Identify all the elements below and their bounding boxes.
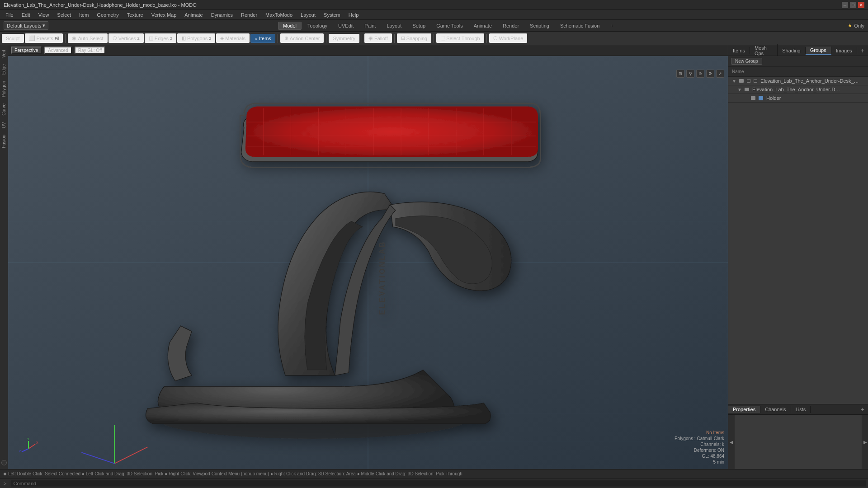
layout-tab-paint[interactable]: Paint	[359, 22, 381, 30]
materials-button[interactable]: ◈ Materials	[216, 33, 250, 43]
right-bottom-panel: ◀ ▶	[728, 415, 868, 469]
sidebar-tab-polygon[interactable]: Polygon	[0, 78, 7, 100]
right-panel-tab-items[interactable]: Items	[728, 47, 750, 54]
gl-info: GL: 48,864	[675, 454, 724, 459]
viewport-icon-expand[interactable]: ⤢	[716, 70, 724, 78]
layout-tab-animate[interactable]: Animate	[469, 22, 497, 30]
group-label-0: Elevation_Lab_The_Anchor_Under-Desk_Hea.…	[760, 78, 860, 84]
layout-dropdown[interactable]: Default Layouts ▾	[4, 21, 48, 30]
vertices-button[interactable]: ⬡ Vertices 2	[108, 33, 144, 43]
items-button[interactable]: ⬦ Items	[250, 34, 275, 43]
sidebar-tab-uv[interactable]: UV	[0, 119, 7, 131]
layout-tab-topology[interactable]: Topology	[302, 22, 332, 30]
vp-raygl-btn[interactable]: Ray GL: Off	[75, 47, 106, 54]
auto-select-button[interactable]: ◉ Auto Select	[68, 33, 107, 43]
right-panel-tab-images[interactable]: Images	[831, 47, 857, 54]
svg-text:Y: Y	[27, 437, 29, 441]
edges-count: 2	[170, 36, 172, 41]
viewport-icon-2[interactable]: ⚲	[686, 70, 694, 78]
group-item-2[interactable]: ▶ Holder	[728, 94, 868, 103]
right-bottom-tab-lists[interactable]: Lists	[791, 406, 811, 413]
group-item-0[interactable]: ▼ Elevation_Lab_The_Anchor_Under-Desk_He…	[728, 77, 868, 85]
right-panel-tab-shading[interactable]: Shading	[778, 47, 805, 54]
menu-item-geometry[interactable]: Geometry	[93, 11, 122, 19]
layout-tab-scripting[interactable]: Scripting	[525, 22, 554, 30]
viewport-icon-1[interactable]: ⊞	[676, 70, 684, 78]
sidebar-tab-curve[interactable]: Curve	[0, 101, 7, 118]
edges-button[interactable]: ◫ Edges 2	[145, 33, 176, 43]
minimize-button[interactable]: ─	[842, 2, 848, 8]
menu-item-maxtomodo[interactable]: MaxToModo	[262, 11, 296, 19]
layout-tab-layout[interactable]: Layout	[382, 22, 406, 30]
right-bottom-tab-channels[interactable]: Channels	[760, 406, 791, 413]
menu-item-animate[interactable]: Animate	[181, 11, 206, 19]
falloff-button[interactable]: ◉ Falloff	[364, 33, 392, 43]
symmetry-button[interactable]: Symmetry	[329, 34, 359, 43]
sidebar-tab-edge[interactable]: Edge	[0, 61, 7, 77]
menubar: FileEditViewSelectItemGeometryTextureVer…	[0, 10, 868, 20]
command-input[interactable]	[10, 480, 866, 487]
sidebar-bottom-icon[interactable]	[1, 460, 7, 465]
close-button[interactable]: ✕	[858, 2, 864, 8]
presets-extra: Fil	[55, 36, 59, 41]
new-group-button[interactable]: New Group	[731, 58, 762, 65]
chevron-down-icon: ▾	[42, 23, 45, 28]
viewport-info: No Items Polygons : Catmull-Clark Channe…	[675, 430, 724, 465]
menu-item-edit[interactable]: Edit	[18, 11, 34, 19]
status-dot-1	[4, 473, 6, 475]
only-label[interactable]: Only	[854, 23, 864, 28]
cmd-arrow: >	[2, 481, 8, 486]
right-bottom-tab-add[interactable]: +	[857, 405, 868, 414]
sculpt-button[interactable]: Sculpt	[2, 34, 24, 43]
toolbar: Sculpt ⬜ Presets Fil ◉ Auto Select ⬡ Ver…	[0, 32, 868, 45]
menu-item-select[interactable]: Select	[53, 11, 75, 19]
menu-item-help[interactable]: Help	[345, 11, 363, 19]
menu-item-item[interactable]: Item	[75, 11, 92, 19]
layout-tab-setup[interactable]: Setup	[407, 22, 430, 30]
polygons-info: Polygons : Catmull-Clark	[675, 436, 724, 441]
vp-advanced-btn[interactable]: Advanced	[44, 47, 71, 54]
right-bottom-tab-properties[interactable]: Properties	[728, 406, 760, 413]
group-label-1: Elevation_Lab_The_Anchor_Under-Desk_Head…	[752, 87, 843, 92]
svg-text:ELEVATIONLAB: ELEVATIONLAB	[378, 240, 386, 315]
sidebar-tab-vert[interactable]: Vert	[0, 47, 7, 61]
layout-tab-model[interactable]: Model	[278, 22, 302, 30]
layout-tab-render[interactable]: Render	[498, 22, 524, 30]
viewport[interactable]: Perspective Advanced Ray GL: Off	[8, 45, 728, 469]
action-center-button[interactable]: ⊕ Action Center	[280, 33, 324, 43]
menu-item-render[interactable]: Render	[237, 11, 261, 19]
layout-tab-add[interactable]: +	[605, 22, 618, 30]
polygons-button[interactable]: ◧ Polygons 2	[177, 33, 215, 43]
sidebar-tab-fusion[interactable]: Fusion	[0, 132, 7, 151]
rb-expand-right[interactable]: ▶	[862, 415, 868, 469]
right-panel-tab-mesh-ops[interactable]: Mesh Ops	[750, 44, 778, 57]
menu-item-dynamics[interactable]: Dynamics	[208, 11, 236, 19]
rb-expand-left[interactable]: ◀	[728, 415, 735, 469]
viewport-icon-zoom[interactable]: ⊕	[696, 70, 704, 78]
menu-item-layout[interactable]: Layout	[297, 11, 319, 19]
viewport-canvas[interactable]: ELEVATIONLAB No Items Polygons : Catmull…	[8, 56, 728, 469]
menu-item-view[interactable]: View	[35, 11, 53, 19]
properties-content	[735, 415, 862, 469]
select-through-button[interactable]: ⬚ Select Through	[436, 33, 484, 43]
right-panel-tab-groups[interactable]: Groups	[806, 47, 831, 55]
right-panel-tab-add[interactable]: +	[857, 46, 868, 55]
checkbox-0	[747, 79, 750, 83]
group-item-1[interactable]: ▼ Elevation_Lab_The_Anchor_Under-Desk_He…	[728, 85, 868, 94]
snapping-button[interactable]: ⊞ Snapping	[397, 33, 432, 43]
layout-tab-uvedit[interactable]: UVEdit	[333, 22, 359, 30]
commandbar: >	[0, 478, 868, 488]
layout-tab-schematic-fusion[interactable]: Schematic Fusion	[555, 22, 604, 30]
layout-tab-game-tools[interactable]: Game Tools	[431, 22, 468, 30]
viewport-icon-settings[interactable]: ⚙	[706, 70, 714, 78]
edges-icon: ◫	[149, 35, 153, 41]
groups-header: Name	[728, 67, 868, 77]
workplane-button[interactable]: ⬡ WorkPlane	[489, 33, 528, 43]
vp-perspective-btn[interactable]: Perspective	[11, 47, 42, 54]
presets-button[interactable]: ⬜ Presets Fil	[25, 33, 63, 43]
menu-item-system[interactable]: System	[320, 11, 344, 19]
menu-item-vertex map[interactable]: Vertex Map	[148, 11, 180, 19]
menu-item-file[interactable]: File	[2, 11, 17, 19]
maximize-button[interactable]: □	[850, 2, 856, 8]
menu-item-texture[interactable]: Texture	[123, 11, 147, 19]
